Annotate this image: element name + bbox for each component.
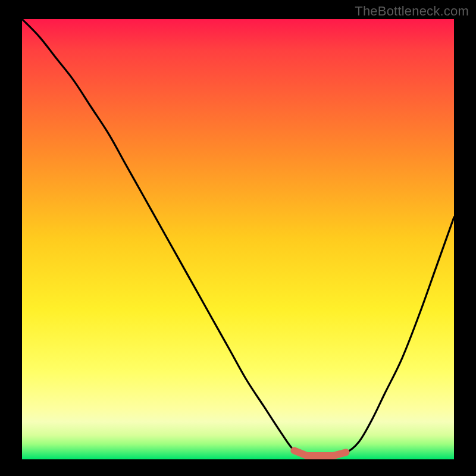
plot-background: [22, 19, 454, 459]
bottleneck-chart: [0, 0, 476, 476]
chart-frame: TheBottleneck.com: [0, 0, 476, 476]
watermark-text: TheBottleneck.com: [355, 4, 469, 19]
